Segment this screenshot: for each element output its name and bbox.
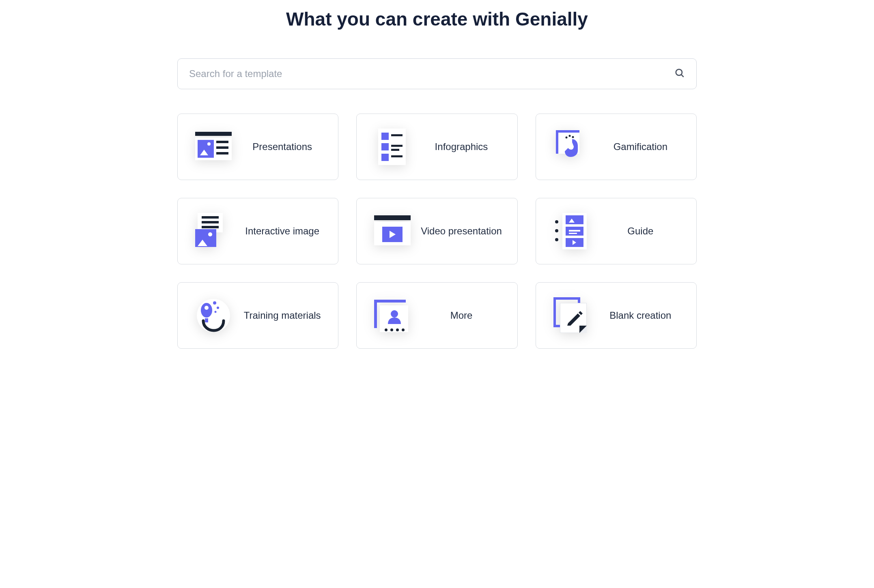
svg-point-8 [213,301,216,305]
training-materials-icon [195,297,232,334]
template-grid: Presentations Infographics [177,114,697,349]
svg-point-2 [565,137,567,139]
blank-creation-icon [553,297,590,334]
card-label: Guide [596,225,685,238]
svg-point-5 [201,303,212,318]
svg-point-7 [205,306,209,310]
card-label: Blank creation [596,309,685,322]
presentations-icon [195,129,232,165]
card-training-materials[interactable]: Training materials [177,282,338,349]
search-icon [674,68,685,80]
svg-point-3 [568,135,570,137]
card-label: Training materials [238,309,327,322]
card-label: Interactive image [238,225,327,238]
card-presentations[interactable]: Presentations [177,114,338,180]
svg-point-9 [217,307,219,309]
card-blank-creation[interactable]: Blank creation [536,282,697,349]
interactive-image-icon [195,213,232,249]
card-more[interactable]: More [356,282,517,349]
card-label: More [417,309,506,322]
video-presentation-icon [374,213,411,249]
card-label: Presentations [238,140,327,153]
card-guide[interactable]: Guide [536,198,697,264]
page-title: What you can create with Genially [177,8,697,30]
more-icon [374,297,411,334]
card-label: Infographics [417,140,506,153]
card-interactive-image[interactable]: Interactive image [177,198,338,264]
card-gamification[interactable]: Gamification [536,114,697,180]
svg-point-0 [676,69,682,75]
search-bar[interactable] [177,58,697,89]
card-label: Video presentation [417,225,506,238]
infographics-icon [374,129,411,165]
svg-point-11 [391,310,398,318]
svg-line-1 [681,75,683,77]
svg-rect-6 [205,318,208,322]
svg-point-10 [215,311,217,313]
search-input[interactable] [189,68,674,79]
card-label: Gamification [596,140,685,153]
card-video-presentation[interactable]: Video presentation [356,198,517,264]
guide-icon [553,213,590,249]
svg-point-4 [572,136,574,138]
card-infographics[interactable]: Infographics [356,114,517,180]
gamification-icon [553,129,590,165]
